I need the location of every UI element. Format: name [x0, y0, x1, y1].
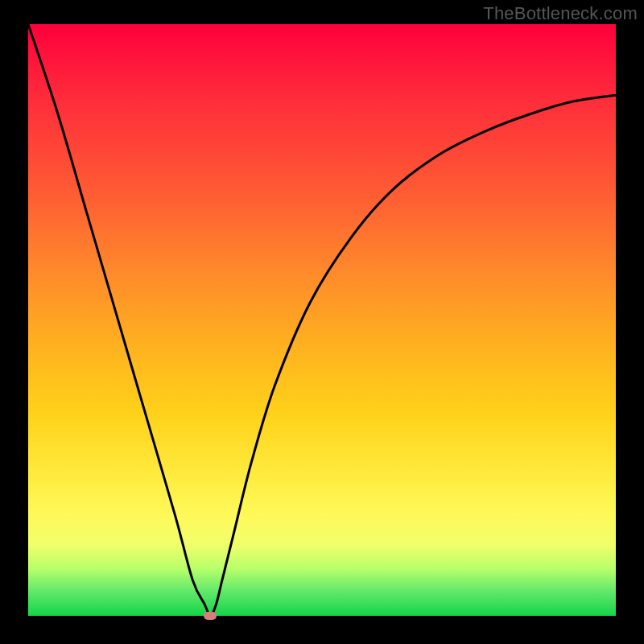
minimum-marker [204, 612, 217, 620]
bottleneck-curve [28, 24, 616, 616]
curve-svg [28, 24, 616, 616]
watermark-text: TheBottleneck.com [483, 3, 638, 24]
plot-area [28, 24, 616, 616]
chart-frame: TheBottleneck.com [0, 0, 644, 644]
